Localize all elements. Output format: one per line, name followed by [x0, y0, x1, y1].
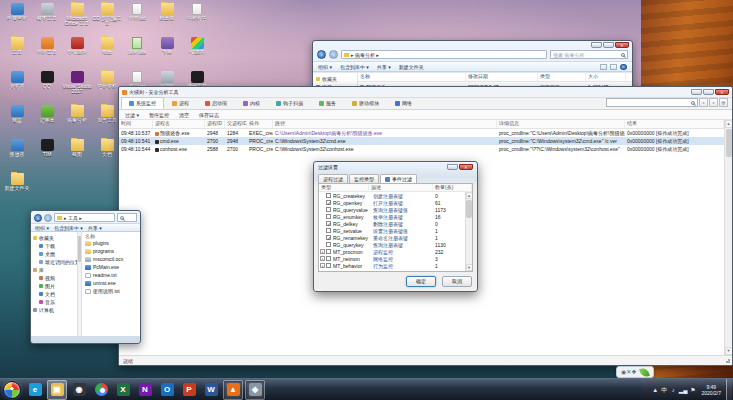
command-bar-item[interactable]: 包含到库中 ▾: [340, 64, 369, 70]
desktop-icon[interactable]: 压缩工具: [32, 36, 62, 70]
forward-button[interactable]: ›: [329, 50, 338, 59]
tray-icon[interactable]: ▲: [652, 380, 659, 400]
back-button[interactable]: ‹: [34, 214, 42, 222]
file-row[interactable]: PcMain.exe: [82, 263, 140, 271]
checkbox[interactable]: [326, 242, 331, 247]
vertical-scrollbar[interactable]: ▲ ▼: [465, 192, 472, 271]
desktop-icon[interactable]: Visual Studio 2017: [62, 70, 92, 104]
sidebar-item[interactable]: 桌面: [31, 250, 77, 258]
taskbar-clock[interactable]: 9:49 2020/2/7: [702, 384, 721, 396]
column-description[interactable]: 描述: [369, 184, 433, 191]
hrsword-tab[interactable]: 网络: [387, 97, 420, 109]
tray-icon[interactable]: ▂▄: [679, 380, 688, 400]
column-process[interactable]: 进程名: [153, 120, 205, 128]
preview-button[interactable]: [610, 64, 617, 70]
expand-icon[interactable]: +: [320, 263, 325, 268]
file-row[interactable]: plugins: [82, 239, 140, 247]
toolbar-button[interactable]: 过滤 ▾: [125, 112, 139, 118]
command-bar-item[interactable]: 共享 ▾: [88, 225, 102, 231]
close-button[interactable]: [459, 164, 473, 170]
view-options-button[interactable]: ▤: [719, 98, 728, 107]
address-bar[interactable]: ▸ 病毒分析 ▸: [341, 50, 547, 59]
maximize-button[interactable]: [703, 89, 714, 95]
views-button[interactable]: [600, 64, 607, 70]
vertical-scrollbar[interactable]: ▲ ▼: [724, 120, 732, 355]
desktop-icon[interactable]: Microsoft Office 工具: [62, 2, 92, 36]
sidebar-item[interactable]: 计算机: [31, 306, 77, 314]
event-row[interactable]: 09:48:10.537 熊猫烧香.exe 2948 1284 EXEC_cre…: [119, 129, 724, 137]
column-name[interactable]: 名称: [358, 73, 466, 81]
checkbox[interactable]: [326, 214, 331, 219]
dialog-tab[interactable]: 事件过滤: [380, 174, 417, 183]
desktop-icon[interactable]: 记事本: [32, 104, 62, 138]
desktop-icon[interactable]: OD 反汇编工具: [92, 2, 122, 36]
filter-row[interactable]: + RG_queryvalue 查询注册表键值 1173: [319, 206, 465, 213]
search-input[interactable]: [117, 213, 137, 222]
desktop-icon[interactable]: 电脑管家: [2, 2, 32, 36]
filter-row[interactable]: + MT_netmon 网络监控 3: [319, 255, 465, 262]
sidebar-item[interactable]: 最近访问的位置: [31, 258, 77, 266]
minimize-button[interactable]: [591, 42, 602, 48]
event-row[interactable]: 09:48:10.544 conhost.exe 2588 2700 PROC_…: [119, 145, 724, 153]
file-row[interactable]: programs: [82, 247, 140, 255]
column-operation[interactable]: 操作: [247, 120, 273, 128]
filter-row[interactable]: + RG_openkey 打开注册表键 61: [319, 199, 465, 206]
hrsword-tab[interactable]: 系统监控: [121, 97, 164, 109]
desktop-icon[interactable]: 脚本: [92, 36, 122, 70]
hrsword-tab[interactable]: 内核: [235, 97, 268, 109]
forward-button[interactable]: ›: [44, 214, 52, 222]
checkbox[interactable]: [326, 200, 331, 205]
taskbar-button[interactable]: P: [179, 380, 199, 400]
sidebar-item[interactable]: 视频: [31, 274, 77, 282]
taskbar-button[interactable]: W: [201, 380, 221, 400]
filter-row[interactable]: + MT_procmon 进程监控 232: [319, 248, 465, 255]
taskbar-button[interactable]: N: [135, 380, 155, 400]
desktop-icon[interactable]: 截图工具: [32, 2, 62, 36]
filter-row[interactable]: + MT_behavior 行为监控 1: [319, 262, 465, 269]
cancel-button[interactable]: 取消: [442, 276, 472, 287]
filter-row[interactable]: + RG_createkey 创建注册表键 0: [319, 192, 465, 199]
toolbar-button[interactable]: 清空: [179, 112, 189, 118]
sidebar-item[interactable]: 收藏夹: [313, 75, 357, 83]
minimize-button[interactable]: [447, 164, 458, 170]
taskbar-button[interactable]: e: [25, 380, 45, 400]
desktop-icon[interactable]: QQ: [32, 70, 62, 104]
sidebar-item[interactable]: 库: [31, 266, 77, 274]
ok-button[interactable]: 确定: [406, 276, 436, 287]
checkbox[interactable]: [326, 228, 331, 233]
desktop-icon[interactable]: 截图: [62, 138, 92, 172]
desktop-icon[interactable]: 编译器: [182, 36, 212, 70]
resize-grip[interactable]: [724, 357, 731, 364]
desktop-icon[interactable]: 飞秋: [152, 36, 182, 70]
column-size[interactable]: 大小: [586, 73, 626, 81]
scrollbar-thumb[interactable]: [466, 200, 472, 218]
column-type[interactable]: 类型: [538, 73, 586, 81]
column-time[interactable]: 时间: [119, 120, 153, 128]
hrsword-tab[interactable]: 驱动模块: [344, 97, 387, 109]
sidebar-item[interactable]: 图片: [31, 282, 77, 290]
event-row[interactable]: 09:48:10.541 cmd.exe 2700 2948 PROC_crea…: [119, 137, 724, 145]
sidebar-item[interactable]: 下载: [31, 242, 77, 250]
scrollbar-thumb[interactable]: [726, 129, 732, 157]
column-detail[interactable]: 详细信息: [497, 120, 625, 128]
filter-row[interactable]: + RG_setvalue 设置注册表键值 1: [319, 227, 465, 234]
command-bar-item[interactable]: 包含到库中 ▾: [54, 225, 83, 231]
toolbar-button[interactable]: 保存日志: [199, 112, 219, 118]
desktop-icon[interactable]: 工具: [2, 36, 32, 70]
command-bar-item[interactable]: 组织 ▾: [35, 225, 49, 231]
desktop-icon[interactable]: 网盘: [2, 104, 32, 138]
column-ppid[interactable]: 父进程ID: [225, 120, 247, 128]
column-pid[interactable]: 进程ID: [205, 120, 225, 128]
desktop-icon[interactable]: 表格.xls: [122, 36, 152, 70]
search-input[interactable]: 搜索 病毒分析: [550, 50, 628, 59]
column-path[interactable]: 路径: [273, 120, 497, 128]
scroll-up-button[interactable]: ▲: [725, 120, 733, 128]
taskbar-button[interactable]: ◆: [245, 380, 265, 400]
monitor-search-input[interactable]: [606, 98, 698, 107]
address-bar[interactable]: ▸ 工具 ▸: [54, 213, 115, 222]
tray-icon[interactable]: ♪: [670, 380, 677, 400]
checkbox[interactable]: [326, 249, 331, 254]
dialog-tab[interactable]: 进程过滤: [318, 174, 348, 183]
checkbox[interactable]: [326, 193, 331, 198]
taskbar-button[interactable]: ▣: [47, 380, 67, 400]
